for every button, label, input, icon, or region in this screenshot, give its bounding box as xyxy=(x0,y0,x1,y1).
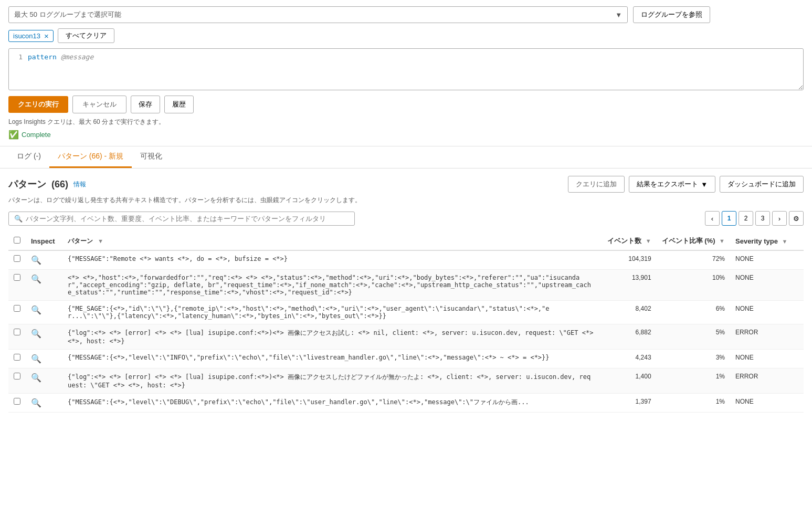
row-event-rate-5: 3% xyxy=(657,350,730,368)
page-prev-button[interactable]: ‹ xyxy=(705,211,720,226)
cancel-button[interactable]: キャンセル xyxy=(72,96,126,113)
table-row: 🔍 {"MESSAGE":"Remote <*> wants <*>, do =… xyxy=(8,250,804,270)
history-button[interactable]: 履歴 xyxy=(164,96,194,113)
inspect-icon-2[interactable]: 🔍 xyxy=(31,275,41,283)
row-pattern-6: {"log":<*> <*> [error] <*> <*> [lua] isu… xyxy=(62,368,599,394)
row-severity-4: ERROR xyxy=(730,324,804,350)
row-inspect-cell-1: 🔍 xyxy=(26,250,62,270)
row-inspect-cell-5: 🔍 xyxy=(26,350,62,368)
row-event-count-2: 13,901 xyxy=(599,270,657,301)
row-event-count-3: 8,402 xyxy=(599,301,657,324)
add-query-button[interactable]: クエリに追加 xyxy=(568,176,625,193)
patterns-table-wrap: Inspect パターン ▼ イベント数 ▼ イベント比率 (%) ▼ xyxy=(8,232,804,413)
event-rate-header[interactable]: イベント比率 (%) ▼ xyxy=(657,232,730,250)
query-editor[interactable]: 1 pattern @message xyxy=(8,48,804,90)
log-group-browse-button[interactable]: ロググループを参照 xyxy=(633,6,710,23)
patterns-header: パターン (66) 情報 クエリに追加 結果をエクスポート ▼ ダッシュボードに… xyxy=(8,176,804,193)
row-event-rate-7: 1% xyxy=(657,394,730,413)
inspect-icon-5[interactable]: 🔍 xyxy=(31,354,41,363)
row-checkbox-cell-5 xyxy=(8,350,26,368)
tab-patterns[interactable]: パターン (66) - 新規 xyxy=(49,146,132,168)
inspect-icon-3[interactable]: 🔍 xyxy=(31,305,41,314)
clear-all-button[interactable]: すべてクリア xyxy=(58,28,114,43)
row-checkbox-4[interactable] xyxy=(14,329,20,335)
severity-header[interactable]: Severity type ▼ xyxy=(730,232,804,250)
row-pattern-4: {"log":<*> <*> [error] <*> <*> [lua] isu… xyxy=(62,324,599,350)
action-row: クエリの実行 キャンセル 保存 履歴 xyxy=(8,96,804,113)
filter-row: 🔍 ‹ 1 2 3 › ⚙ xyxy=(8,211,804,226)
row-pattern-5: {"MESSAGE":{<*>,"level\":\"INFO\","prefi… xyxy=(62,350,599,368)
chevron-down-icon: ▼ xyxy=(615,11,622,19)
patterns-actions: クエリに追加 結果をエクスポート ▼ ダッシュボードに追加 xyxy=(568,176,804,193)
row-pattern-7: {"MESSAGE":{<*>,"level\":\"DEBUG\","pref… xyxy=(62,394,599,413)
page-2-button[interactable]: 2 xyxy=(739,211,753,226)
row-event-count-5: 4,243 xyxy=(599,350,657,368)
row-pattern-3: {"ME_SAGE":{<*>,"id\":\"\"},{"remote_ip\… xyxy=(62,301,599,324)
patterns-info-link[interactable]: 情報 xyxy=(73,180,86,189)
event-count-header[interactable]: イベント数 ▼ xyxy=(599,232,657,250)
pagination: ‹ 1 2 3 › ⚙ xyxy=(705,211,804,226)
search-icon: 🔍 xyxy=(14,215,23,223)
row-severity-3: NONE xyxy=(730,301,804,324)
query-field: @message xyxy=(61,53,94,61)
row-checkbox-cell-7 xyxy=(8,394,26,413)
status-row: ✅ Complete xyxy=(8,130,804,140)
tag-row: isucon13 × すべてクリア xyxy=(8,28,804,43)
inspect-icon-6[interactable]: 🔍 xyxy=(31,373,41,382)
tab-logs[interactable]: ログ (-) xyxy=(8,146,49,168)
inspect-icon-1[interactable]: 🔍 xyxy=(31,256,41,265)
info-text: Logs Insights クエリは、最大 60 分まで実行できます。 xyxy=(8,118,804,126)
export-button[interactable]: 結果をエクスポート ▼ xyxy=(629,176,715,193)
tag-label: isucon13 xyxy=(13,32,40,40)
pattern-header[interactable]: パターン ▼ xyxy=(62,232,599,250)
query-keyword: pattern xyxy=(28,53,57,61)
event-rate-sort-icon: ▼ xyxy=(719,238,725,244)
log-group-dropdown[interactable]: 最大 50 ロググループまで選択可能 ▼ xyxy=(8,6,628,23)
page-next-button[interactable]: › xyxy=(772,211,787,226)
run-query-button[interactable]: クエリの実行 xyxy=(8,96,68,113)
row-event-count-4: 6,882 xyxy=(599,324,657,350)
row-inspect-cell-7: 🔍 xyxy=(26,394,62,413)
tabs-section: ログ (-) パターン (66) - 新規 可視化 xyxy=(0,146,812,168)
row-checkbox-7[interactable] xyxy=(14,398,20,405)
log-group-selector-row: 最大 50 ロググループまで選択可能 ▼ ロググループを参照 xyxy=(8,6,804,23)
pattern-sort-icon: ▼ xyxy=(99,238,102,245)
row-pattern-2: <*> <*>,"host":<*>,"forwardedfor":"","re… xyxy=(62,270,599,301)
row-checkbox-1[interactable] xyxy=(14,255,20,262)
page-1-button[interactable]: 1 xyxy=(722,211,736,226)
inspect-icon-4[interactable]: 🔍 xyxy=(31,329,41,338)
page-3-button[interactable]: 3 xyxy=(755,211,770,226)
patterns-table: Inspect パターン ▼ イベント数 ▼ イベント比率 (%) ▼ xyxy=(8,232,804,413)
export-label: 結果をエクスポート xyxy=(637,180,698,189)
row-checkbox-5[interactable] xyxy=(14,354,20,361)
row-event-rate-2: 10% xyxy=(657,270,730,301)
line-number-1: 1 xyxy=(9,53,28,61)
inspect-icon-7[interactable]: 🔍 xyxy=(31,398,41,407)
select-all-checkbox[interactable] xyxy=(14,237,20,244)
dashboard-button[interactable]: ダッシュボードに追加 xyxy=(720,176,804,193)
row-event-rate-1: 72% xyxy=(657,250,730,270)
row-event-rate-4: 5% xyxy=(657,324,730,350)
row-severity-6: ERROR xyxy=(730,368,804,394)
filter-input-wrap: 🔍 xyxy=(8,212,355,226)
row-checkbox-3[interactable] xyxy=(14,305,20,312)
row-inspect-cell-4: 🔍 xyxy=(26,324,62,350)
filter-input[interactable] xyxy=(26,215,349,223)
patterns-section: パターン (66) 情報 クエリに追加 結果をエクスポート ▼ ダッシュボードに… xyxy=(0,168,812,420)
isucon13-tag: isucon13 × xyxy=(8,30,54,42)
row-checkbox-2[interactable] xyxy=(14,274,20,281)
save-button[interactable]: 保存 xyxy=(131,96,160,113)
row-checkbox-6[interactable] xyxy=(14,373,20,380)
patterns-desc: パターンは、ログで繰り返し発生する共有テキスト構造です。パターンを分析するには、… xyxy=(8,196,804,205)
log-group-placeholder: 最大 50 ロググループまで選択可能 xyxy=(14,10,121,19)
patterns-title-area: パターン (66) 情報 xyxy=(8,178,86,191)
row-severity-7: NONE xyxy=(730,394,804,413)
row-event-count-6: 1,400 xyxy=(599,368,657,394)
tab-visualize[interactable]: 可視化 xyxy=(132,146,171,168)
table-row: 🔍 {"ME_SAGE":{<*>,"id\":\"\"},{"remote_i… xyxy=(8,301,804,324)
settings-icon-button[interactable]: ⚙ xyxy=(789,211,804,226)
row-checkbox-cell-3 xyxy=(8,301,26,324)
row-checkbox-cell-6 xyxy=(8,368,26,394)
tag-remove-icon[interactable]: × xyxy=(44,31,49,40)
row-checkbox-cell-2 xyxy=(8,270,26,301)
